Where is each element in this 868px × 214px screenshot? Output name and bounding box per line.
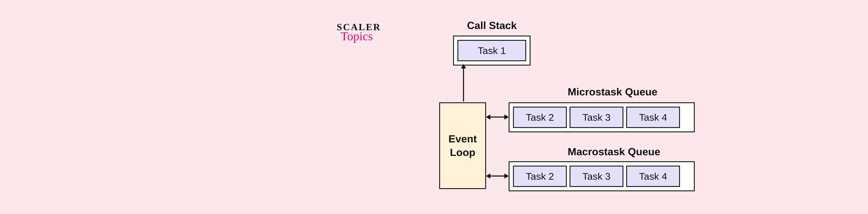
call-stack-box: Task 1 (453, 36, 530, 66)
microtask-queue-box: Task 2Task 3Task 4 (509, 102, 695, 132)
macrotask-task: Task 3 (569, 166, 623, 187)
svg-marker-3 (486, 115, 490, 119)
call-stack-task: Task 1 (458, 40, 526, 61)
diagram-canvas: SCALER Topics Call Stack Task 1 Microsta… (0, 0, 868, 214)
macrotask-queue-label: Macrostask Queue (568, 146, 660, 157)
svg-marker-7 (504, 174, 509, 178)
arrow-up-icon (460, 64, 467, 102)
event-loop-box: Event Loop (439, 102, 486, 189)
microtask-task: Task 4 (626, 107, 680, 128)
double-arrow-icon (486, 112, 509, 122)
svg-marker-4 (504, 115, 509, 119)
scaler-topics-logo: SCALER Topics (337, 22, 381, 43)
microtask-task: Task 2 (513, 107, 567, 128)
microtask-task: Task 3 (569, 107, 623, 128)
svg-marker-6 (486, 174, 490, 178)
svg-marker-1 (461, 64, 466, 68)
microtask-queue-label: Microstask Queue (568, 86, 657, 98)
double-arrow-icon (486, 171, 509, 181)
macrotask-task: Task 2 (513, 166, 567, 187)
macrotask-queue-box: Task 2Task 3Task 4 (509, 161, 695, 191)
call-stack-label: Call Stack (467, 20, 517, 31)
macrotask-task: Task 4 (626, 166, 680, 187)
